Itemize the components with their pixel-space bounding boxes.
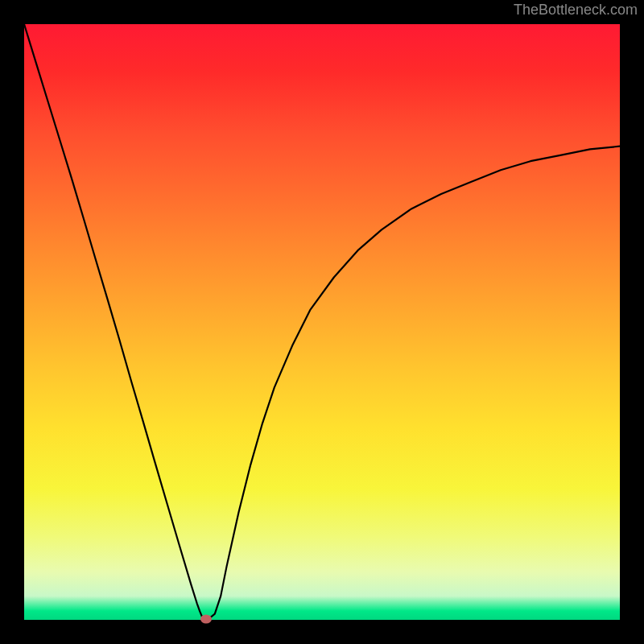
chart-marker-dot [200, 614, 212, 623]
watermark-text: TheBottleneck.com [514, 2, 638, 19]
chart-curve [24, 24, 620, 620]
chart-plot-area [24, 24, 620, 620]
